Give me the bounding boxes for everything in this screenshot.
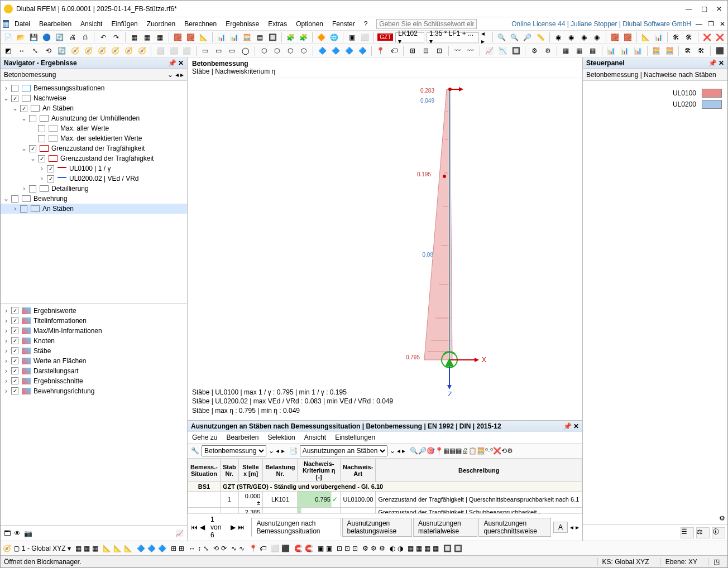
restb-btn-6[interactable]: ▦ [443, 447, 449, 455]
tb2-btn-43[interactable]: 🔲 [510, 45, 521, 56]
tb2-btn-8[interactable]: 🧭 [109, 45, 121, 56]
tb1-tail-13[interactable]: 📐 [640, 32, 651, 43]
tb2-btn-21[interactable]: ⬡ [258, 45, 270, 56]
bt-btn-5[interactable]: 📐 [113, 545, 122, 552]
tb2-btn-23[interactable]: ⬡ [285, 45, 296, 56]
tb2-btn-26[interactable]: 🔷 [317, 45, 328, 56]
tree-node-5[interactable]: Max. der selektierten Werte [1, 133, 187, 143]
col-header[interactable]: BelastungNr. [263, 459, 298, 482]
results-menu-selektion[interactable]: Selektion [267, 434, 295, 441]
restb-btn-7[interactable]: ▦ [449, 447, 456, 455]
tb2-btn-54[interactable]: 📊 [633, 45, 644, 56]
tb1-tail-2[interactable]: 🔎 [522, 32, 533, 43]
bt-btn-29[interactable]: ⬛ [281, 545, 290, 552]
tree-node-12[interactable]: › An Stäben [1, 204, 187, 214]
next-page-icon[interactable]: ▶ [231, 523, 236, 531]
tb2-btn-7[interactable]: 🧭 [96, 45, 107, 56]
tb2-btn-3[interactable]: ⟲ [43, 45, 54, 56]
results-menu-einstellungen[interactable]: Einstellungen [335, 434, 375, 441]
tree-twisty[interactable]: › [3, 377, 9, 385]
bt-btn-39[interactable]: ⊡ [352, 545, 358, 552]
bt-btn-32[interactable]: 🧲 [305, 545, 313, 552]
tb2-btn-62[interactable]: ⬛ [714, 45, 725, 56]
restb-btn-11[interactable]: 📋 [468, 447, 477, 455]
tb2-btn-39[interactable]: 〰 [466, 45, 477, 56]
tree-twisty[interactable]: › [39, 165, 45, 172]
bt-pre-0[interactable]: 🧭 [3, 545, 11, 552]
tb1-btn-0[interactable]: 📄 [3, 32, 13, 43]
tb1-btn-12[interactable]: ▦ [142, 32, 152, 43]
tree-node-1[interactable]: ⌄✓ Nachweise [1, 93, 187, 103]
bt-btn-15[interactable]: ↔ [189, 545, 195, 552]
tree-checkbox[interactable] [29, 185, 36, 192]
tb2-btn-42[interactable]: 📉 [497, 45, 508, 56]
results-table[interactable]: Bemess.-SituationStabNr.Stellex [m]Belas… [188, 459, 582, 513]
tb1-btn-6[interactable]: ⎙ [80, 32, 90, 43]
display-option-2[interactable]: › ✓ Max/Min-Informationen [1, 326, 187, 336]
tree-twisty[interactable]: › [3, 387, 9, 395]
tb2-btn-1[interactable]: ↔ [16, 45, 27, 56]
tb1-btn-32[interactable]: ⬜ [360, 32, 370, 43]
tb2-btn-34[interactable]: ⊞ [407, 45, 418, 56]
tb2-btn-50[interactable]: ▦ [587, 45, 598, 56]
bt-pre-1[interactable]: ▢ [13, 545, 20, 552]
bt-btn-48[interactable]: ▦ [408, 545, 414, 552]
tb1-tail-0[interactable]: 🔍 [496, 32, 507, 43]
tb2-btn-17[interactable]: ▭ [213, 45, 224, 56]
first-page-icon[interactable]: ⏮ [191, 523, 198, 531]
tb1-btn-19[interactable]: 📊 [216, 32, 227, 43]
tree-twisty[interactable]: ⌄ [30, 155, 36, 162]
legend-settings-icon[interactable]: ⚙ [719, 514, 725, 522]
tb1-tail-7[interactable]: ◉ [579, 32, 590, 43]
tb2-btn-57[interactable]: 🧮 [664, 45, 675, 56]
tree-checkbox[interactable]: ✓ [20, 105, 27, 112]
tb1-tail-19[interactable]: ❌ [702, 32, 712, 43]
close-button[interactable]: ✕ [716, 5, 722, 13]
tb1-tail-5[interactable]: ◉ [553, 32, 563, 43]
display-checkbox[interactable]: ✓ [11, 317, 18, 324]
display-option-1[interactable]: › ✓ Titelinformationen [1, 316, 187, 326]
bt-btn-8[interactable]: 🔷 [137, 545, 145, 552]
tb2-btn-27[interactable]: 🔷 [330, 45, 341, 56]
bt-btn-17[interactable]: ⤡ [203, 545, 209, 552]
tree-node-6[interactable]: ⌄✓ Grenzzustand der Tragfähigkeit [1, 143, 187, 153]
legend-tab-info-icon[interactable]: 🛈 [712, 527, 725, 538]
tb1-btn-1[interactable]: 📂 [16, 32, 26, 43]
bt-btn-42[interactable]: ⚙ [371, 545, 377, 552]
tree-node-8[interactable]: ›✓ UL0100 | 1 / γ [1, 163, 187, 174]
tb2-btn-0[interactable]: ◩ [3, 45, 14, 56]
tree-checkbox[interactable] [38, 135, 45, 142]
mdi-restore-icon[interactable]: ❐ [708, 20, 714, 28]
tb1-btn-26[interactable]: 🧩 [298, 32, 309, 43]
tb1-tail-6[interactable]: ◉ [566, 32, 577, 43]
bt-btn-49[interactable]: ▦ [416, 545, 422, 552]
display-checkbox[interactable]: ✓ [11, 327, 18, 334]
tree-checkbox[interactable]: ✓ [11, 95, 18, 102]
tree-twisty[interactable]: ⌄ [3, 94, 9, 102]
prev-page-icon[interactable]: ◀ [200, 523, 205, 531]
tb2-btn-10[interactable]: 🧭 [136, 45, 147, 56]
bt-btn-25[interactable]: 📍 [249, 545, 257, 552]
display-option-6[interactable]: › ✓ Darstellungsart [1, 366, 187, 376]
menu-optionen[interactable]: Optionen [291, 19, 328, 29]
bt-btn-34[interactable]: ▣ [318, 545, 324, 552]
tb1-btn-21[interactable]: 🧮 [242, 32, 252, 43]
col-header[interactable]: Beschreibung [376, 459, 582, 482]
bt-btn-43[interactable]: ⚙ [379, 545, 385, 552]
pin-icon[interactable]: 📌 [168, 59, 176, 67]
tb1-btn-25[interactable]: 🧩 [285, 32, 296, 43]
display-checkbox[interactable]: ✓ [11, 347, 18, 354]
tb1-btn-8[interactable]: ↶ [98, 32, 108, 43]
bt-btn-23[interactable]: ∿ [239, 545, 245, 552]
menu-berechnen[interactable]: Berechnen [180, 19, 221, 29]
legend-tab-scale-icon[interactable]: ⚖ [696, 527, 710, 538]
results-menu-bearbeiten[interactable]: Bearbeiten [226, 434, 258, 441]
bt-btn-10[interactable]: 🔷 [158, 545, 166, 552]
tb1-btn-16[interactable]: 🧱 [185, 32, 196, 43]
group-row[interactable]: BS1GZT (STR/GEO) - Ständig und vorüberge… [188, 482, 582, 492]
tb2-btn-14[interactable]: ⬜ [181, 45, 193, 56]
tb2-btn-24[interactable]: ⬡ [298, 45, 309, 56]
menu-ergebnisse[interactable]: Ergebnisse [221, 19, 264, 29]
tb2-btn-48[interactable]: ▦ [561, 45, 572, 56]
combo-combination[interactable]: 1.35 * LF1 + ... ▾ [427, 32, 479, 42]
